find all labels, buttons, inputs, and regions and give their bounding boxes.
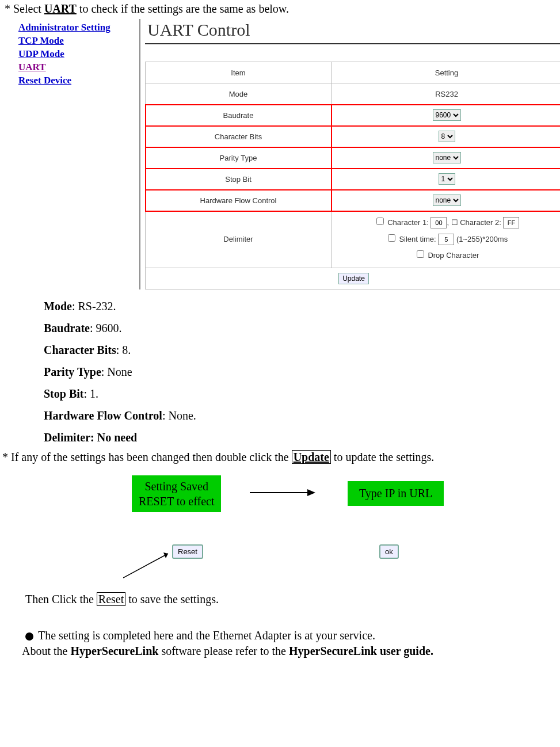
row-hw-flow: Hardware Flow Control none [146,190,561,211]
completion-note: The setting is completed here and the Et… [25,629,560,642]
nav-reset-device[interactable]: Reset Device [18,74,139,87]
select-uart-instruction: * Select UART to check if the settings a… [5,2,560,16]
row-mode: Mode RS232 [146,83,561,105]
reset-diagram: Setting Saved RESET to effect Type IP in… [2,475,560,590]
nav-tcp-mode[interactable]: TCP Mode [18,35,139,48]
row-character-bits: Character Bits 8 [146,126,561,147]
bullet-icon [25,632,33,641]
row-stop-bit: Stop Bit 1 [146,169,561,190]
settings-table: Item Setting Mode RS232 Baudrate 9600 Ch… [145,62,560,289]
hdr-item: Item [146,62,332,83]
row-parity: Parity Type none [146,147,561,169]
char2-input[interactable] [503,217,519,228]
uart-panel: UART Control Item Setting Mode RS232 Bau… [145,19,560,289]
arrow-to-reset-icon [123,550,175,579]
drop-checkbox[interactable] [417,250,424,258]
setting-saved-box: Setting Saved RESET to effect [132,475,221,512]
reset-instruction: Then Click the Reset to save the setting… [25,593,560,606]
hwflow-select[interactable]: none [433,195,461,206]
reset-button[interactable]: Reset [172,544,203,559]
ok-button[interactable]: ok [379,544,399,559]
page-title: UART Control [147,20,560,40]
params-list: Mode: RS-232. Baudrate: 9600. Character … [44,295,560,448]
hsl-note: About the HyperSecureLink software pleas… [22,645,560,658]
parity-select[interactable]: none [433,152,461,163]
type-ip-box: Type IP in URL [348,481,444,506]
baudrate-select[interactable]: 9600 [433,109,461,121]
hdr-setting: Setting [332,62,561,83]
charbits-select[interactable]: 8 [439,131,455,142]
row-baudrate: Baudrate 9600 [146,105,561,126]
char1-input[interactable] [431,217,447,228]
nav-udp-mode[interactable]: UDP Mode [18,48,139,61]
update-instruction: * If any of the settings has been change… [2,451,560,464]
sidebar-nav: Administrator Setting TCP Mode UDP Mode … [16,19,139,289]
mode-value: RS232 [332,83,561,105]
title-rule [145,43,560,44]
row-update: Update [146,268,561,289]
arrow-right-icon [250,487,319,498]
row-delimiter: Delimiter Character 1: , ☐ Character 2: … [146,211,561,268]
reset-boxed-word: Reset [97,592,125,606]
silent-input[interactable] [438,234,454,245]
stopbit-select[interactable]: 1 [439,173,455,185]
update-button[interactable]: Update [338,273,369,284]
nav-admin-setting[interactable]: Administrator Setting [18,21,139,35]
silent-checkbox[interactable] [388,234,395,242]
table-header-row: Item Setting [146,62,561,83]
svg-marker-1 [307,489,315,496]
svg-line-2 [123,554,168,578]
char1-checkbox[interactable] [376,218,384,225]
uart-control-screenshot: Administrator Setting TCP Mode UDP Mode … [16,19,560,289]
uart-link-text: UART [44,2,77,15]
delimiter-cell: Character 1: , ☐ Character 2: Silent tim… [332,211,561,268]
nav-uart[interactable]: UART [18,61,139,74]
update-boxed-word: Update [292,450,331,464]
vertical-divider [139,19,140,289]
